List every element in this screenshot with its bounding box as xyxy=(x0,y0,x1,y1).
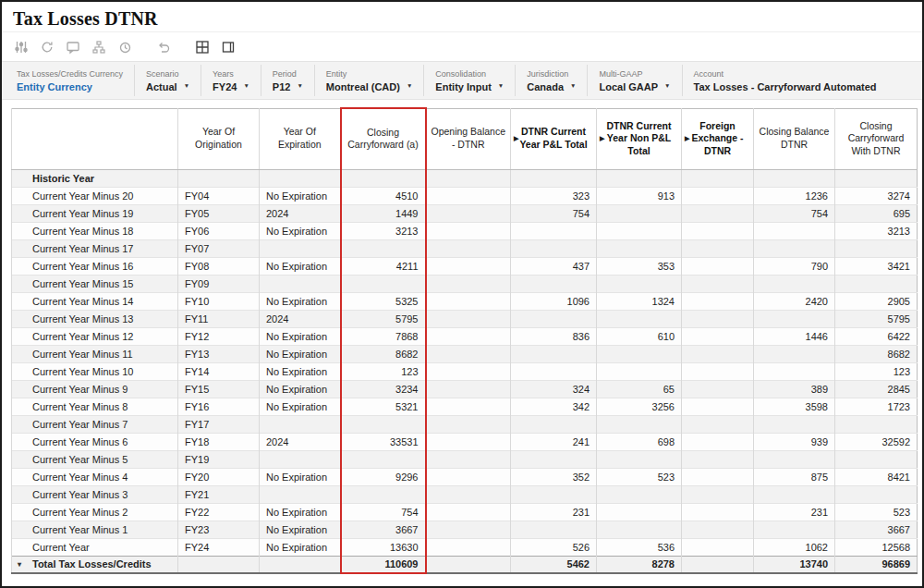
cell-nonpl_total[interactable]: 1324 xyxy=(597,292,682,310)
cell-opening_dtnr[interactable] xyxy=(426,380,511,398)
cell-closing_dtnr[interactable]: 231 xyxy=(754,503,835,521)
cell-closing_cf[interactable]: 5325 xyxy=(341,292,426,310)
cell-fx_dtnr[interactable] xyxy=(682,485,754,503)
cell-expiration[interactable]: No Expiration xyxy=(260,503,341,521)
cell-pl_total[interactable] xyxy=(511,362,597,380)
cell-opening_dtnr[interactable] xyxy=(426,222,511,239)
row-label[interactable]: Current Year Minus 8 xyxy=(12,398,178,415)
cell-closing_cf_dtnr[interactable]: 96869 xyxy=(835,556,918,573)
cell-closing_cf[interactable]: 9296 xyxy=(341,468,426,485)
cell-expiration[interactable]: No Expiration xyxy=(260,521,341,538)
expand-icon[interactable]: ▶ xyxy=(600,134,604,142)
pov-options-icon[interactable] xyxy=(13,39,29,55)
cell-fx_dtnr[interactable] xyxy=(682,415,754,433)
cell-expiration[interactable]: No Expiration xyxy=(260,468,341,485)
cell-closing_dtnr[interactable] xyxy=(754,275,835,292)
cell-fx_dtnr[interactable] xyxy=(682,204,754,222)
cell-nonpl_total[interactable] xyxy=(597,345,682,362)
cell-pl_total[interactable]: 5462 xyxy=(511,556,597,573)
column-header-nonpl_total[interactable]: ▶DTNR Current Year Non P&L Total xyxy=(597,108,682,169)
cell-closing_cf_dtnr[interactable]: 1723 xyxy=(835,398,918,415)
cell-nonpl_total[interactable] xyxy=(597,415,682,433)
grid-icon[interactable] xyxy=(194,39,210,55)
cell-closing_cf_dtnr[interactable]: 2905 xyxy=(835,292,918,310)
cell-origination[interactable]: FY11 xyxy=(178,310,260,327)
cell-opening_dtnr[interactable] xyxy=(426,362,511,380)
cell-opening_dtnr[interactable] xyxy=(426,468,511,485)
pov-field-value[interactable]: Tax Losses - Carryforward Automated xyxy=(694,81,877,92)
cell-closing_cf[interactable] xyxy=(341,239,426,257)
pov-field-multi-gaap[interactable]: Multi-GAAPLocal GAAP▼ xyxy=(588,65,682,96)
cell-opening_dtnr[interactable] xyxy=(426,556,511,573)
cell-closing_dtnr[interactable] xyxy=(754,310,835,327)
cell-closing_cf_dtnr[interactable]: 8421 xyxy=(835,468,918,485)
cell-closing_cf[interactable]: 110609 xyxy=(341,556,426,573)
cell-expiration[interactable]: 2024 xyxy=(260,433,341,450)
cell-closing_dtnr[interactable]: 13740 xyxy=(754,556,835,573)
cell-closing_dtnr[interactable]: 875 xyxy=(754,468,835,485)
cell-expiration[interactable] xyxy=(260,485,341,503)
cell-closing_cf[interactable]: 123 xyxy=(341,362,426,380)
pov-field-period[interactable]: PeriodP12▼ xyxy=(261,65,315,96)
cell-closing_cf[interactable]: 7868 xyxy=(341,327,426,345)
cell-opening_dtnr[interactable] xyxy=(426,415,511,433)
row-label[interactable]: Current Year xyxy=(12,538,178,556)
cell-origination[interactable]: FY09 xyxy=(178,275,260,292)
cell-expiration[interactable]: No Expiration xyxy=(260,345,341,362)
cell-origination[interactable]: FY06 xyxy=(178,222,260,239)
cell-pl_total[interactable] xyxy=(511,275,597,292)
cell-fx_dtnr[interactable] xyxy=(682,257,754,275)
cell-closing_cf[interactable]: 754 xyxy=(341,503,426,521)
cell-expiration[interactable]: No Expiration xyxy=(260,222,341,239)
cell-closing_cf[interactable]: 4211 xyxy=(341,257,426,275)
cell-origination[interactable]: FY15 xyxy=(178,380,260,398)
row-label[interactable]: Current Year Minus 5 xyxy=(12,450,178,468)
cell-nonpl_total[interactable] xyxy=(597,503,682,521)
cell-closing_cf[interactable] xyxy=(341,415,426,433)
pov-field-value[interactable]: FY24 xyxy=(213,81,237,92)
row-label[interactable]: Current Year Minus 16 xyxy=(12,257,178,275)
cell-origination[interactable]: FY20 xyxy=(178,468,260,485)
cell-closing_cf[interactable]: 5795 xyxy=(341,310,426,327)
chevron-down-icon[interactable]: ▼ xyxy=(184,83,189,90)
cell-expiration[interactable]: No Expiration xyxy=(260,398,341,415)
cell-closing_cf[interactable]: 3667 xyxy=(341,521,426,538)
cell-origination[interactable]: FY19 xyxy=(178,450,260,468)
cell-fx_dtnr[interactable] xyxy=(682,310,754,327)
cell-closing_cf[interactable]: 8682 xyxy=(341,345,426,362)
cell-closing_dtnr[interactable]: 3598 xyxy=(754,398,835,415)
cell-expiration[interactable]: No Expiration xyxy=(260,380,341,398)
open-window-icon[interactable] xyxy=(220,39,236,55)
cell-pl_total[interactable] xyxy=(511,415,597,433)
undo-icon[interactable] xyxy=(155,39,171,55)
row-label[interactable]: Current Year Minus 12 xyxy=(12,327,178,345)
cell-fx_dtnr[interactable] xyxy=(682,380,754,398)
cell-fx_dtnr[interactable] xyxy=(682,433,754,450)
pov-field-value[interactable]: Canada xyxy=(527,81,564,92)
cell-expiration[interactable]: 2024 xyxy=(260,204,341,222)
row-label[interactable]: Current Year Minus 19 xyxy=(12,204,178,222)
cell-origination[interactable]: FY17 xyxy=(178,415,260,433)
cell-nonpl_total[interactable]: 536 xyxy=(597,538,682,556)
cell-expiration[interactable]: No Expiration xyxy=(260,327,341,345)
cell-closing_cf_dtnr[interactable] xyxy=(835,239,918,257)
row-label[interactable]: Current Year Minus 4 xyxy=(12,468,178,485)
history-icon[interactable] xyxy=(116,39,132,55)
cell-fx_dtnr[interactable] xyxy=(682,538,754,556)
cell-expiration[interactable]: No Expiration xyxy=(260,257,341,275)
cell-pl_total[interactable] xyxy=(511,345,597,362)
cell-expiration[interactable] xyxy=(260,169,341,187)
cell-opening_dtnr[interactable] xyxy=(426,292,511,310)
cell-closing_cf_dtnr[interactable]: 523 xyxy=(835,503,918,521)
column-header-closing_dtnr[interactable]: Closing Balance DTNR xyxy=(754,108,835,169)
column-header-origination[interactable]: Year Of Origination xyxy=(178,108,260,169)
cell-closing_cf_dtnr[interactable]: 695 xyxy=(835,204,918,222)
cell-opening_dtnr[interactable] xyxy=(426,187,511,204)
cell-opening_dtnr[interactable] xyxy=(426,503,511,521)
cell-nonpl_total[interactable] xyxy=(597,362,682,380)
refresh-icon[interactable] xyxy=(39,39,55,55)
cell-pl_total[interactable]: 324 xyxy=(511,380,597,398)
pov-field-entity[interactable]: EntityMontreal (CAD)▼ xyxy=(315,65,425,96)
cell-pl_total[interactable]: 526 xyxy=(511,538,597,556)
chevron-down-icon[interactable]: ▼ xyxy=(498,83,504,90)
